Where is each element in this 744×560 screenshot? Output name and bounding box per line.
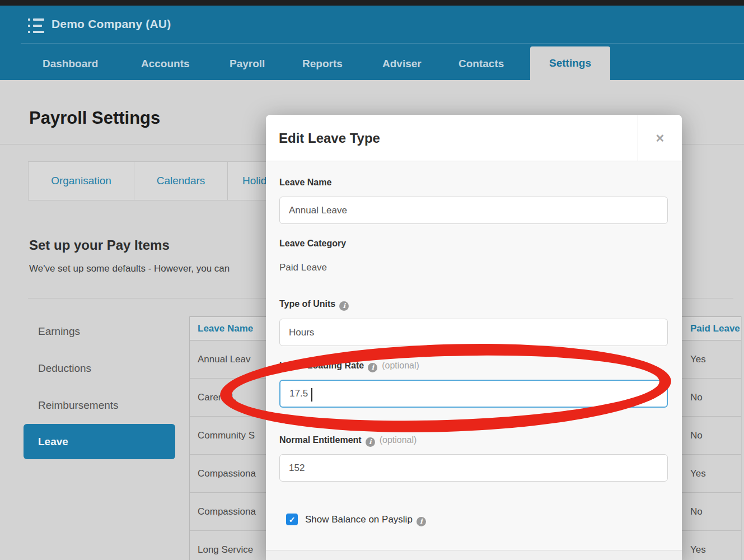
close-button[interactable]: ✕ [638, 115, 682, 161]
column-header-leave-name: Leave Name [198, 323, 253, 334]
sidebar-item-leave-label: Leave [38, 436, 68, 448]
company-name[interactable]: Demo Company (AU) [52, 17, 171, 31]
normal-entitlement-label-text: Normal Entitlement [279, 435, 362, 445]
sidebar-item-reimbursements[interactable]: Reimbursements [38, 399, 119, 412]
leave-name-cell: Compassiona [198, 468, 256, 479]
optional-hint: (optional) [382, 361, 419, 370]
paid-leave-cell: Yes [690, 354, 706, 365]
nav-item-accounts[interactable]: Accounts [141, 58, 190, 70]
leave-category-value: Paid Leave [279, 262, 327, 273]
paid-leave-cell: No [690, 506, 703, 517]
leave-name-cell: Long Service [198, 544, 253, 556]
nav-item-settings-active[interactable]: Settings [530, 46, 610, 80]
column-header-paid-leave: Paid Leave [690, 323, 740, 334]
nav-item-reports[interactable]: Reports [302, 58, 343, 70]
sidebar-item-earnings[interactable]: Earnings [38, 325, 80, 338]
info-icon[interactable]: i [417, 517, 426, 526]
nav-item-contacts[interactable]: Contacts [458, 58, 504, 70]
sidebar-item-leave-active[interactable]: Leave [24, 424, 175, 459]
subtab-calendars[interactable]: Calendars [134, 161, 228, 200]
section-subtitle: We've set up some defaults - However, yo… [29, 263, 266, 274]
normal-entitlement-input[interactable] [279, 454, 668, 482]
leave-name-input[interactable] [279, 197, 668, 224]
leave-name-cell: Annual Leav [198, 354, 251, 365]
leave-category-label-text: Leave Category [279, 239, 346, 248]
paid-leave-cell: No [690, 392, 703, 403]
edit-leave-type-dialog: Edit Leave Type ✕ Leave Name Leave Categ… [266, 115, 682, 560]
checkbox-check-icon: ✓ [289, 515, 296, 524]
app-header: Demo Company (AU) Dashboard Accounts Pay… [0, 6, 744, 80]
show-balance-checkbox[interactable]: ✓ [286, 514, 298, 525]
show-balance-label: Show Balance on Payslipi [305, 514, 426, 526]
nav-item-dashboard[interactable]: Dashboard [43, 58, 98, 70]
leave-name-label-text: Leave Name [279, 178, 331, 187]
leave-name-cell: Community S [198, 430, 255, 441]
type-of-units-label: Type of Unitsi [279, 299, 349, 311]
dialog-title: Edit Leave Type [279, 115, 380, 161]
subtab-organisation[interactable]: Organisation [28, 161, 134, 200]
page-title: Payroll Settings [29, 108, 160, 128]
org-switcher-icon[interactable] [28, 18, 45, 33]
paid-leave-cell: Yes [690, 468, 706, 479]
paid-leave-cell: No [690, 430, 703, 441]
info-icon[interactable]: i [339, 301, 349, 311]
optional-hint: (optional) [380, 435, 417, 445]
sidebar-item-deductions[interactable]: Deductions [38, 362, 91, 375]
type-of-units-input[interactable] [279, 319, 668, 346]
nav-item-payroll[interactable]: Payroll [230, 58, 265, 70]
type-of-units-label-text: Type of Units [279, 299, 335, 309]
leave-name-label: Leave Name [279, 178, 331, 188]
leave-name-cell: Compassiona [198, 506, 256, 517]
nav-item-adviser[interactable]: Adviser [382, 58, 422, 70]
info-icon[interactable]: i [366, 437, 375, 447]
normal-entitlement-label: Normal Entitlementi(optional) [279, 435, 417, 447]
leave-name-cell: Carer's L [198, 392, 236, 403]
leave-loading-rate-label: Leave Loading Ratei(optional) [279, 361, 419, 372]
header-divider [21, 43, 744, 44]
paid-leave-cell: Yes [690, 544, 706, 556]
leave-loading-rate-input[interactable] [279, 380, 668, 408]
leave-category-label: Leave Category [279, 239, 346, 249]
browser-chrome-bar [0, 0, 744, 6]
leave-loading-rate-label-text: Leave Loading Rate [279, 361, 364, 370]
close-icon: ✕ [656, 132, 665, 145]
text-caret [311, 388, 312, 402]
info-icon[interactable]: i [368, 363, 377, 372]
show-balance-label-text: Show Balance on Payslip [305, 514, 413, 525]
dialog-footer [266, 550, 682, 560]
dialog-header: Edit Leave Type ✕ [266, 115, 682, 161]
section-heading: Set up your Pay Items [29, 237, 170, 253]
